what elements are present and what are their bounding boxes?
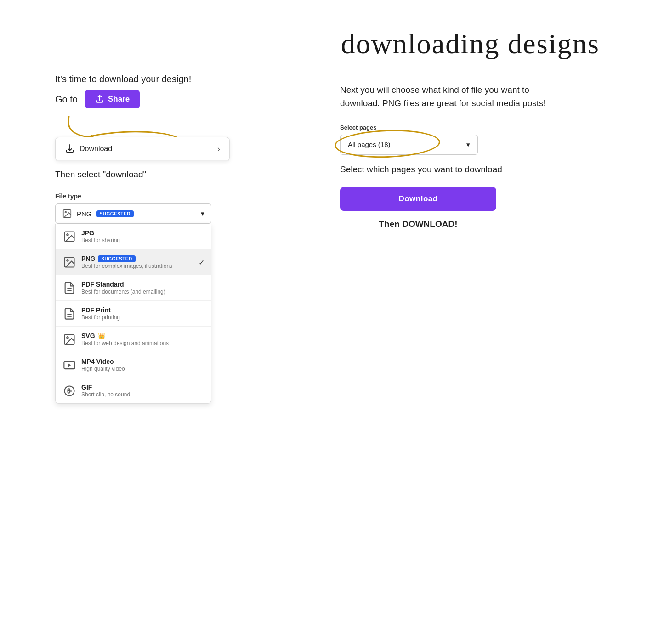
filetype-selected-name: PNG bbox=[77, 210, 92, 218]
chevron-right-icon: › bbox=[217, 144, 220, 154]
filetype-item-jpg[interactable]: JPG Best for sharing bbox=[56, 224, 211, 249]
filetype-item-svg[interactable]: SVG 👑 Best for web design and animations bbox=[56, 327, 211, 352]
jpg-info: JPG Best for sharing bbox=[81, 229, 204, 243]
instruction-line1: It's time to download your design! bbox=[55, 74, 312, 85]
png-desc: Best for complex images, illustrations bbox=[81, 263, 204, 269]
mp4-name: MP4 Video bbox=[81, 358, 204, 365]
filetype-dropdown[interactable]: PNG SUGGESTED ▾ bbox=[55, 203, 211, 224]
filetype-image-icon bbox=[62, 209, 72, 219]
left-panel: It's time to download your design! Go to… bbox=[55, 74, 312, 404]
share-button[interactable]: Share bbox=[85, 90, 140, 108]
filetype-item-mp4[interactable]: MP4 Video High quality video bbox=[56, 352, 211, 378]
png-name: PNG SUGGESTED bbox=[81, 255, 204, 262]
download-icon bbox=[65, 144, 75, 154]
svg-point-8 bbox=[67, 260, 68, 261]
pdf-print-name: PDF Print bbox=[81, 306, 204, 314]
content-area: It's time to download your design! Go to… bbox=[28, 74, 636, 404]
svg-icon bbox=[63, 333, 76, 346]
svg-desc: Best for web design and animations bbox=[81, 340, 204, 346]
mp4-icon bbox=[63, 359, 76, 372]
then-select-text: Then select "download" bbox=[55, 169, 312, 180]
svg-info: SVG 👑 Best for web design and animations bbox=[81, 332, 204, 346]
right-description: Next you will choose what kind of file y… bbox=[340, 83, 570, 110]
select-pages-wrapper: All pages (18) ▾ bbox=[340, 135, 478, 155]
png-icon bbox=[63, 256, 76, 269]
share-button-label: Share bbox=[108, 95, 130, 104]
file-type-label: File type bbox=[55, 192, 312, 200]
go-to-label: Go to bbox=[55, 94, 78, 105]
download-button[interactable]: Download bbox=[340, 187, 496, 211]
pdf-standard-name: PDF Standard bbox=[81, 281, 204, 288]
jpg-desc: Best for sharing bbox=[81, 237, 204, 243]
select-pages-instruction: Select which pages you want to download bbox=[340, 163, 570, 176]
pdf-print-desc: Best for printing bbox=[81, 314, 204, 321]
pdf-standard-icon bbox=[63, 282, 76, 294]
right-panel: Next you will choose what kind of file y… bbox=[340, 74, 570, 404]
gif-info: GIF Short clip, no sound bbox=[81, 384, 204, 398]
svg-point-6 bbox=[67, 234, 68, 236]
svg-crown-icon: 👑 bbox=[98, 333, 105, 339]
page-title: downloading designs bbox=[341, 28, 600, 59]
svg-name: SVG 👑 bbox=[81, 332, 204, 339]
pdf-print-icon bbox=[63, 307, 76, 320]
mp4-info: MP4 Video High quality video bbox=[81, 358, 204, 372]
arrow-annotation bbox=[55, 112, 230, 135]
file-type-section: File type PNG SUGGESTED ▾ bbox=[55, 192, 312, 404]
menu-panel-wrapper: Download › bbox=[55, 135, 230, 161]
share-icon bbox=[95, 95, 104, 104]
gif-desc: Short clip, no sound bbox=[81, 391, 204, 398]
pdf-standard-desc: Best for documents (and emailing) bbox=[81, 288, 204, 295]
select-pages-value: All pages (18) bbox=[348, 141, 391, 148]
filetype-item-gif[interactable]: GIF Short clip, no sound bbox=[56, 378, 211, 403]
svg-marker-16 bbox=[68, 364, 71, 367]
pages-chevron-icon: ▾ bbox=[466, 141, 470, 149]
filetype-item-pdf-standard[interactable]: PDF Standard Best for documents (and ema… bbox=[56, 275, 211, 301]
select-pages-label: Select pages bbox=[340, 124, 570, 131]
filetype-item-png[interactable]: PNG SUGGESTED Best for complex images, i… bbox=[56, 249, 211, 275]
dropdown-chevron-icon: ▾ bbox=[201, 209, 204, 218]
gif-icon bbox=[63, 384, 76, 397]
menu-panel: Download › bbox=[55, 137, 230, 161]
download-menu-label: Download bbox=[79, 145, 112, 153]
suggested-badge: SUGGESTED bbox=[96, 210, 134, 217]
jpg-icon bbox=[63, 230, 76, 243]
title-area: downloading designs bbox=[28, 18, 636, 60]
mp4-desc: High quality video bbox=[81, 366, 204, 372]
png-info: PNG SUGGESTED Best for complex images, i… bbox=[81, 255, 204, 269]
page-container: downloading designs It's time to downloa… bbox=[0, 0, 664, 644]
svg-point-4 bbox=[65, 211, 66, 213]
png-suggested-badge: SUGGESTED bbox=[98, 255, 135, 262]
download-menu-item[interactable]: Download › bbox=[56, 137, 229, 161]
pdf-print-info: PDF Print Best for printing bbox=[81, 306, 204, 321]
select-pages-section: Select pages All pages (18) ▾ Select whi… bbox=[340, 124, 570, 230]
png-check-icon: ✓ bbox=[199, 258, 204, 266]
download-left: Download bbox=[65, 144, 112, 154]
select-pages-dropdown[interactable]: All pages (18) ▾ bbox=[340, 135, 478, 155]
pdf-standard-info: PDF Standard Best for documents (and ema… bbox=[81, 281, 204, 295]
svg-point-14 bbox=[67, 337, 68, 339]
then-download-label: Then DOWNLOAD! bbox=[340, 219, 496, 229]
gif-name: GIF bbox=[81, 384, 204, 391]
filetype-dropdown-left: PNG SUGGESTED bbox=[62, 209, 134, 219]
go-to-row: Go to Share bbox=[55, 90, 312, 108]
filetype-list: JPG Best for sharing PNG SUGGESTED bbox=[55, 224, 211, 404]
jpg-name: JPG bbox=[81, 229, 204, 237]
filetype-item-pdf-print[interactable]: PDF Print Best for printing bbox=[56, 301, 211, 327]
